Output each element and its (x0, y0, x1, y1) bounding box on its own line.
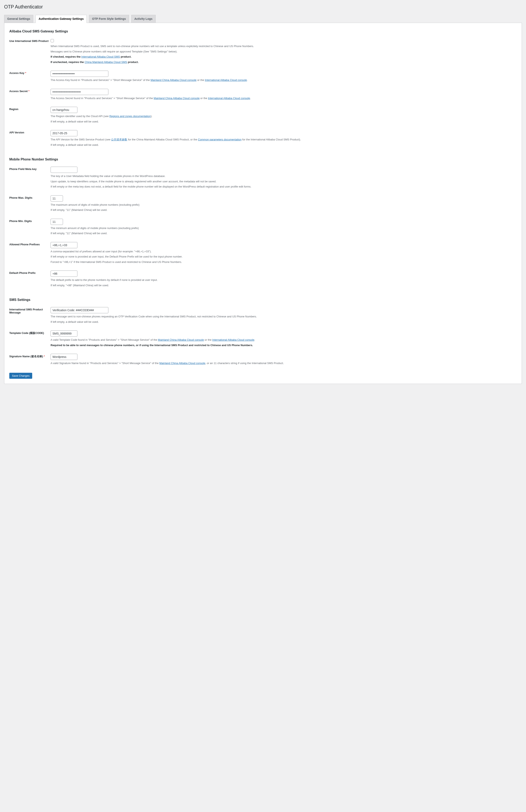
allowed-prefixes-desc-1: A comma-separated list of prefixes allow… (50, 249, 515, 253)
phone-meta-desc-3: If left empty or the meta key does not e… (50, 185, 515, 189)
tab-bar: General Settings Authentication Gateway … (4, 13, 522, 23)
intl-message-input[interactable] (50, 307, 108, 313)
phone-max-input[interactable] (50, 195, 63, 202)
use-intl-desc-4: If unchecked, requires the China Mainlan… (50, 60, 515, 64)
default-prefix-desc-1: The default prefix to add to the phone n… (50, 278, 515, 282)
access-key-link-intl[interactable]: International Alibaba Cloud console (205, 78, 247, 82)
use-intl-label: Use International SMS Product (9, 35, 50, 67)
access-key-link-cn[interactable]: Mainland China Alibaba Cloud console (150, 78, 196, 82)
intl-message-desc-1: The message sent to non-chinese phones r… (50, 315, 515, 319)
template-code-desc-1: A valid Template Code found in "Products… (50, 338, 515, 342)
intl-message-desc-2: If left empty, a default value will be u… (50, 320, 515, 324)
api-version-link-intl[interactable]: Common parameters documentation (198, 138, 242, 141)
phone-max-desc-1: The maximum amount of digits of mobile p… (50, 203, 515, 207)
tab-activity-logs[interactable]: Activity Logs (131, 15, 156, 23)
tab-general[interactable]: General Settings (4, 15, 33, 23)
default-prefix-desc-2: If left empty, "+86" (Mainland China) wi… (50, 283, 515, 288)
access-key-desc: The Access Key found in "Products and Se… (50, 78, 515, 82)
use-intl-desc-1: When International SMS Product is used, … (50, 44, 515, 48)
signature-label: Signature Name (签名名称) * (9, 350, 50, 368)
api-version-label: API Version (9, 127, 50, 150)
tab-auth-gateway[interactable]: Authentication Gateway Settings (35, 15, 87, 23)
access-secret-desc: The Access Secret found in "Products and… (50, 96, 515, 100)
allowed-prefixes-label: Allowed Phone Prefixes (9, 239, 50, 267)
default-prefix-input[interactable] (50, 271, 77, 277)
phone-min-input[interactable] (50, 219, 63, 225)
signature-desc: A valid Signature Name found in "Product… (50, 361, 515, 365)
access-key-input[interactable] (50, 71, 108, 77)
allowed-prefixes-input[interactable] (50, 242, 77, 248)
use-intl-desc-2: Messages sent to Chinese phone numbers s… (50, 49, 515, 54)
allowed-prefixes-desc-3: Forced to "+86,+1" if the International … (50, 260, 515, 264)
phone-min-desc-2: If left empty, "11" (Mainland China) wil… (50, 231, 515, 235)
phone-meta-label: Phone Field Meta key (9, 163, 50, 192)
phone-max-desc-2: If left empty, "11" (Mainland China) wil… (50, 208, 515, 212)
page-title: OTP Authenticator (4, 4, 522, 11)
region-desc-2: If left empty, a default value will be u… (50, 119, 515, 124)
template-code-input[interactable] (50, 330, 77, 337)
api-version-link-cn[interactable]: 公共请求参数 (111, 138, 127, 141)
access-secret-link-cn[interactable]: Mainland China Alibaba Cloud console (154, 97, 200, 100)
phone-min-desc-1: The minimum amount of digits of mobile p… (50, 226, 515, 230)
section-alibaba: Alibaba Cloud SMS Gateway Settings (9, 30, 517, 33)
default-prefix-label: Default Phone Prefix (9, 267, 50, 291)
api-version-input[interactable] (50, 130, 77, 136)
template-code-desc-2: Required to be able to send messages to … (50, 343, 515, 347)
region-input[interactable] (50, 107, 77, 113)
access-secret-link-intl[interactable]: International Alibaba Cloud console (208, 97, 250, 100)
phone-meta-desc-1: The key of a User Metadata field holding… (50, 174, 515, 178)
access-key-label: Access Key * (9, 67, 50, 86)
section-phone: Mobile Phone Number Settings (9, 158, 517, 161)
allowed-prefixes-desc-2: If left empty or none is provided at use… (50, 255, 515, 259)
phone-meta-desc-2: Upon update, to keep identifiers unique,… (50, 179, 515, 184)
region-desc-1: The Region identifier used by the Cloud … (50, 114, 515, 118)
regions-doc-link[interactable]: Regions and zones documentation (109, 115, 151, 118)
access-secret-label: Access Secret * (9, 86, 50, 104)
phone-max-label: Phone Max. Digits (9, 192, 50, 215)
intl-message-label: International SMS Product Message (9, 304, 50, 327)
signature-input[interactable] (50, 354, 77, 360)
api-version-desc-2: If left empty, a default value will be u… (50, 143, 515, 147)
section-sms: SMS Settings (9, 298, 517, 302)
signature-link-cn[interactable]: Mainland China Alibaba Cloud console (159, 362, 205, 365)
tab-otp-form-style[interactable]: OTP Form Style Settings (89, 15, 129, 23)
phone-meta-input[interactable] (50, 166, 77, 173)
use-intl-checkbox[interactable] (50, 39, 54, 42)
save-button[interactable]: Save Changes (9, 373, 32, 379)
region-label: Region (9, 103, 50, 127)
template-code-label: Template Code (模版CODE) (9, 327, 50, 350)
phone-min-label: Phone Min. Digits (9, 215, 50, 239)
settings-panel: Alibaba Cloud SMS Gateway Settings Use I… (4, 23, 522, 384)
cn-alibaba-link[interactable]: China Mainland Alibaba Cloud SMS (85, 60, 127, 63)
template-code-link-cn[interactable]: Mainland China Alibaba Cloud console (158, 338, 204, 342)
template-code-link-intl[interactable]: International Alibaba Cloud console (212, 338, 254, 342)
intl-alibaba-link[interactable]: International Alibaba Cloud SMS (81, 55, 120, 58)
access-secret-input[interactable] (50, 89, 108, 95)
use-intl-desc-3: If checked, requires the International A… (50, 55, 515, 59)
api-version-desc-1: The API Version for the SMS Service Prod… (50, 137, 515, 142)
